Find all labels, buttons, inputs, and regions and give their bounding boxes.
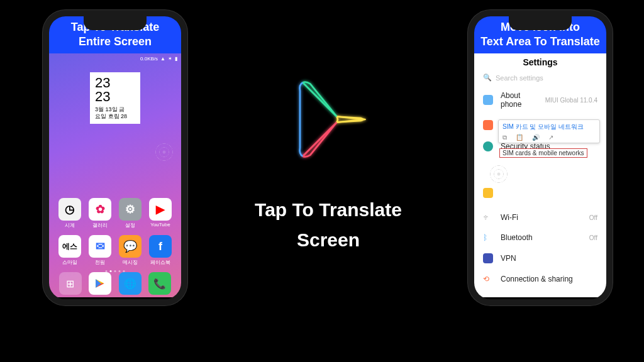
row-wifi[interactable]: ᯤ Wi-Fi Off: [474, 207, 606, 228]
app-facebook[interactable]: f페이스북: [147, 235, 174, 266]
row-bluetooth[interactable]: ᛒ Bluetooth Off: [474, 228, 606, 248]
app-label: YouTube: [150, 222, 170, 228]
vpn-icon: [483, 253, 493, 263]
play-store-icon[interactable]: [89, 272, 111, 295]
phone-icon[interactable]: 📞: [148, 272, 171, 295]
clock-date: 3월 13일 금 요일 흐림 28: [95, 106, 135, 120]
clock-widget[interactable]: 23 23 3월 13일 금 요일 흐림 28: [90, 72, 140, 124]
row-label: Connection & sharing: [501, 275, 597, 283]
left-screen: Tap To Translate Entire Screen 0.0KB/s ▲…: [49, 16, 181, 299]
notch: [84, 16, 147, 30]
row-label: About phone: [501, 91, 538, 109]
sim-icon: [483, 188, 493, 198]
wifi-icon: ᯤ: [483, 213, 493, 222]
settings-screen: Settings 🔍 Search settings About phone M…: [474, 53, 606, 297]
row-trail: Off: [589, 234, 597, 241]
center-title: Tap To Translate Screen: [255, 195, 402, 255]
gear-icon: ⚙: [119, 198, 142, 221]
app-label: 천림: [95, 259, 105, 266]
row-trail: Off: [589, 214, 597, 221]
phone-left: Tap To Translate Entire Screen 0.0KB/s ▲…: [43, 10, 187, 305]
row-connection[interactable]: ⟲ Connection & sharing: [474, 269, 606, 289]
app-label: 갤러리: [92, 222, 108, 229]
center-promo: Tap To Translate Screen: [201, 63, 455, 255]
row-label: Bluetooth: [501, 233, 582, 242]
translate-popup[interactable]: SIM 카드 및 모바일 네트워크 ⧉ 📋 🔊 ↗: [498, 119, 600, 143]
app-clock[interactable]: ◷시계: [57, 198, 83, 229]
net-speed: 0.0KB/s: [140, 56, 158, 62]
clock-icon: ◷: [58, 198, 81, 221]
popup-toolbar: ⧉ 📋 🔊 ↗: [499, 133, 599, 143]
youtube-icon: ▶: [149, 198, 172, 221]
browser-icon[interactable]: 🌐: [119, 272, 142, 295]
row-label: VPN: [501, 254, 597, 263]
facebook-icon: f: [149, 235, 172, 258]
right-screen: Move Icon Into Text Area To Translate Se…: [474, 16, 606, 299]
bluetooth-icon: ᛒ: [483, 233, 493, 242]
tap-ripple-icon[interactable]: [488, 163, 509, 185]
play-neon-icon: [272, 63, 385, 176]
battery-icon: ▮: [175, 56, 177, 62]
copy-icon[interactable]: ⧉: [502, 134, 507, 141]
popup-source-text: SIM 카드 및 모바일 네트워크: [499, 120, 599, 133]
app-label: 시계: [65, 222, 75, 229]
app-smile[interactable]: 에스스마일: [57, 235, 83, 266]
clock-min: 23: [95, 90, 135, 104]
app-label: 페이스북: [150, 259, 170, 266]
share-conn-icon: ⟲: [483, 275, 493, 283]
notch: [509, 16, 572, 30]
search-icon: 🔍: [483, 74, 492, 82]
search-placeholder: Search settings: [496, 74, 543, 82]
share-icon[interactable]: ↗: [548, 134, 553, 141]
row-vpn[interactable]: VPN: [474, 248, 606, 269]
chat-icon: 💬: [119, 235, 142, 258]
tap-ripple-icon[interactable]: [153, 141, 175, 163]
signal-icon: ▲: [160, 56, 165, 62]
wifi-icon: ✶: [168, 56, 172, 62]
paste-icon[interactable]: 📋: [516, 134, 523, 141]
app-messaging[interactable]: 💬메시징: [117, 235, 143, 266]
dock: ⊞ 🌐 📞: [49, 272, 181, 295]
app-grid: ◷시계 ✿갤러리 ⚙설정 ▶YouTube 에스스마일 ✉천림 💬메시징 f페이…: [49, 198, 181, 266]
app-youtube[interactable]: ▶YouTube: [147, 198, 174, 229]
settings-title: Settings: [474, 53, 606, 70]
clock-hour: 23: [95, 76, 135, 90]
app-messenger[interactable]: ✉천림: [87, 235, 113, 266]
app-label: 설정: [125, 222, 135, 229]
shield-icon: [483, 141, 493, 151]
app-settings[interactable]: ⚙설정: [117, 198, 143, 229]
messenger-icon: ✉: [89, 235, 111, 258]
translated-highlight[interactable]: SIM cards & mobile networks: [499, 148, 587, 158]
row-about-phone[interactable]: About phone MIUI Global 11.0.4: [474, 85, 606, 114]
phone-right: Move Icon Into Text Area To Translate Se…: [468, 10, 613, 305]
phone-info-icon: [483, 95, 493, 105]
speak-icon[interactable]: 🔊: [532, 134, 540, 141]
row-trail: MIUI Global 11.0.4: [545, 97, 597, 104]
apps-folder-icon[interactable]: ⊞: [59, 272, 82, 295]
gallery-icon: ✿: [89, 198, 111, 221]
status-bar: 0.0KB/s ▲ ✶ ▮: [49, 53, 181, 64]
app-label: 메시징: [123, 259, 138, 266]
app-label: 스마일: [62, 259, 77, 266]
homescreen[interactable]: 0.0KB/s ▲ ✶ ▮ 23 23 3월 13일 금 요일 흐림 28 ◷시…: [49, 53, 181, 297]
text-icon: 에스: [58, 235, 81, 258]
update-icon: [483, 120, 493, 130]
settings-search[interactable]: 🔍 Search settings: [474, 70, 606, 85]
row-label: Wi-Fi: [501, 213, 582, 222]
app-gallery[interactable]: ✿갤러리: [87, 198, 113, 229]
